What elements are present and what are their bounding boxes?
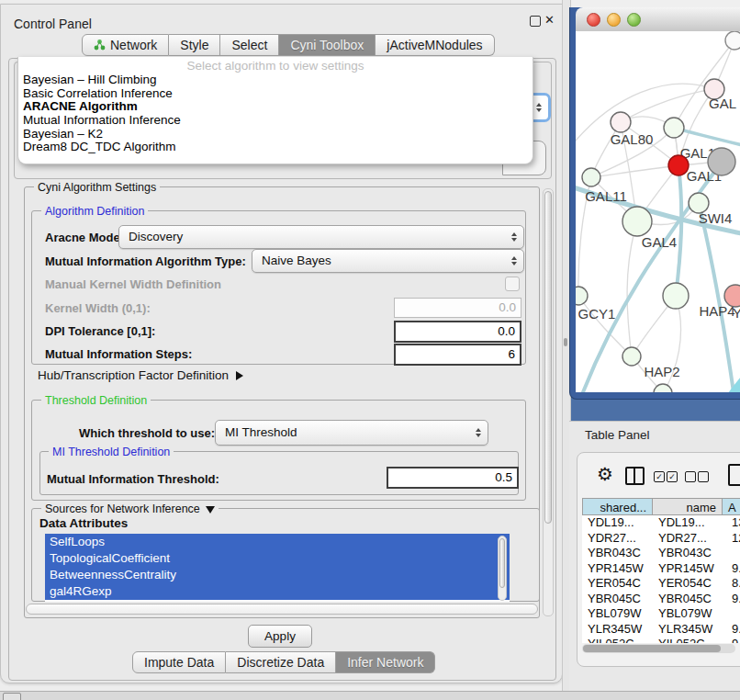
sources-title[interactable]: Sources for Network Inference (41, 502, 219, 515)
checkbox-checked-icon[interactable]: ✓ (654, 471, 665, 482)
mi-type-value: Naive Bayes (262, 254, 331, 267)
apply-button[interactable]: Apply (248, 625, 312, 648)
table-row[interactable]: YDL19...YDL19...13 (582, 515, 740, 531)
table-cell: YBL079W (653, 606, 723, 622)
attribute-item[interactable]: gal4RGexp (45, 583, 510, 600)
algorithm-option[interactable]: Mutual Information Inference (18, 114, 533, 128)
attributes-scrollbar[interactable] (498, 536, 507, 601)
table-row[interactable]: YBL079WYBL079W (582, 606, 740, 622)
network-node[interactable] (576, 287, 588, 305)
network-node[interactable] (664, 118, 684, 138)
zoom-traffic-light[interactable] (627, 13, 641, 27)
algorithm-option[interactable]: Basic Correlation Inference (18, 87, 533, 101)
table-column-header[interactable]: name (653, 498, 723, 515)
network-node-label: GAL11 (585, 188, 627, 204)
tab-label: Infer Network (347, 655, 423, 670)
algorithm-option[interactable]: Bayesian – K2 (18, 128, 533, 141)
network-node[interactable] (663, 283, 689, 309)
network-node[interactable] (725, 31, 740, 50)
table-row[interactable]: YER054CYER054C8. (582, 576, 740, 592)
float-window-icon[interactable] (530, 16, 541, 27)
checkbox-checked-icon[interactable]: ✓ (667, 471, 678, 482)
table-cell: YER054C (582, 576, 653, 592)
control-panel-title: Control Panel (14, 17, 92, 31)
tab-label: Cyni Toolbox (290, 38, 364, 52)
table-cell: YPR145W (582, 561, 653, 577)
document-icon[interactable] (728, 464, 740, 486)
network-node[interactable] (582, 168, 600, 186)
table-row[interactable]: YLR345WYLR345W9. (582, 622, 740, 638)
algorithm-dropdown: Select algorithm to view settings Bayesi… (17, 57, 533, 164)
gear-icon[interactable]: ⚙ (597, 465, 613, 483)
manual-kernel-checkbox[interactable] (505, 277, 520, 291)
table-column-header[interactable]: A (723, 498, 740, 515)
hub-definition-expander[interactable]: Hub/Transcription Factor Definition (38, 368, 243, 382)
minimize-traffic-light[interactable] (607, 13, 621, 27)
attribute-item[interactable]: SelfLoops (45, 534, 510, 550)
status-mini-button[interactable] (3, 693, 21, 700)
mi-type-select[interactable]: Naive Bayes (252, 249, 524, 273)
algorithm-option[interactable]: ARACNE Algorithm (18, 100, 533, 114)
settings-horizontal-scrollbar[interactable] (26, 604, 538, 615)
table-cell: 13 (723, 515, 740, 531)
data-attributes-list[interactable]: SelfLoopsTopologicalCoefficientBetweenne… (45, 534, 510, 602)
which-threshold-select[interactable]: MI Threshold (215, 420, 488, 446)
table-row[interactable]: YBR043CYBR043C (582, 546, 740, 561)
network-node[interactable] (668, 155, 689, 175)
divider-handle[interactable] (564, 338, 567, 346)
which-threshold-value: MI Threshold (225, 425, 297, 439)
dpi-tolerance-label: DPI Tolerance [0,1]: (45, 324, 155, 338)
table-row[interactable]: YDR27...YDR27...12 (582, 531, 740, 547)
network-node[interactable] (622, 207, 652, 236)
network-view-canvas[interactable]: GALGAL80GAL10GAL1GAL11SWI4GAL4GCY1HAP4YH… (576, 31, 740, 392)
checkbox-unchecked-icon[interactable] (698, 471, 709, 482)
algorithm-option[interactable]: Bayesian – Hill Climbing (18, 73, 533, 87)
algorithm-option[interactable]: Dream8 DC_TDC Algorithm (18, 141, 533, 154)
network-canvas-svg: GALGAL80GAL10GAL1GAL11SWI4GAL4GCY1HAP4YH… (576, 31, 740, 392)
tab-select[interactable]: Select (220, 34, 279, 56)
attribute-item[interactable]: TopologicalCoefficient (45, 550, 510, 567)
aracne-mode-value: Discovery (129, 230, 183, 243)
network-window-titlebar[interactable] (576, 7, 740, 32)
network-node[interactable] (622, 347, 641, 366)
tab-network[interactable]: Network (82, 34, 169, 56)
tab-discretize-data[interactable]: Discretize Data (226, 651, 336, 673)
attribute-item[interactable]: BetweennessCentrality (45, 567, 510, 583)
control-panel-window: Control Panel ✕ Network Style Select Cyn… (0, 4, 563, 683)
settings-scrollbar[interactable] (543, 188, 554, 616)
aracne-mode-select[interactable]: Discovery (118, 225, 524, 249)
threshold-definition-title: Threshold Definition (41, 394, 151, 407)
table-cell: 9. (723, 622, 740, 638)
tab-impute-data[interactable]: Impute Data (132, 651, 226, 673)
tab-infer-network[interactable]: Infer Network (336, 651, 435, 673)
table-column-header[interactable]: shared... (582, 498, 653, 515)
mi-type-label: Mutual Information Algorithm Type: (45, 254, 246, 268)
network-edge[interactable] (710, 373, 740, 392)
expand-right-icon (236, 371, 243, 380)
network-node[interactable] (708, 148, 735, 175)
mi-steps-field[interactable]: 6 (394, 344, 521, 366)
table-cell: YDR27... (653, 531, 723, 547)
table-horizontal-scrollbar[interactable] (582, 644, 735, 653)
tab-jactivemnodules[interactable]: jActiveMNodules (376, 34, 494, 56)
close-traffic-light[interactable] (587, 13, 600, 27)
dpi-tolerance-field[interactable]: 0.0 (394, 321, 521, 343)
checkbox-unchecked-icon[interactable] (685, 471, 696, 482)
table-cell: 8. (723, 576, 740, 592)
table-row[interactable]: YIL052CYIL052C9. (582, 637, 740, 643)
network-node-label: HAP2 (644, 364, 679, 379)
tab-cyni-toolbox[interactable]: Cyni Toolbox (279, 34, 376, 56)
kernel-width-field[interactable]: 0.0 (394, 298, 521, 318)
network-node-label: GAL4 (642, 234, 677, 250)
network-node-label: GAL (709, 96, 736, 111)
network-node[interactable] (724, 285, 740, 307)
close-icon[interactable]: ✕ (544, 13, 555, 27)
network-edge[interactable] (676, 165, 681, 296)
columns-icon[interactable] (625, 467, 645, 485)
table-row[interactable]: YBR045CYBR045C9. (582, 592, 740, 607)
table-cell: YBR043C (582, 546, 653, 561)
network-node[interactable] (611, 112, 631, 132)
table-row[interactable]: YPR145WYPR145W9. (582, 561, 740, 577)
tab-style[interactable]: Style (169, 34, 220, 56)
mi-threshold-field[interactable]: 0.5 (387, 467, 519, 489)
